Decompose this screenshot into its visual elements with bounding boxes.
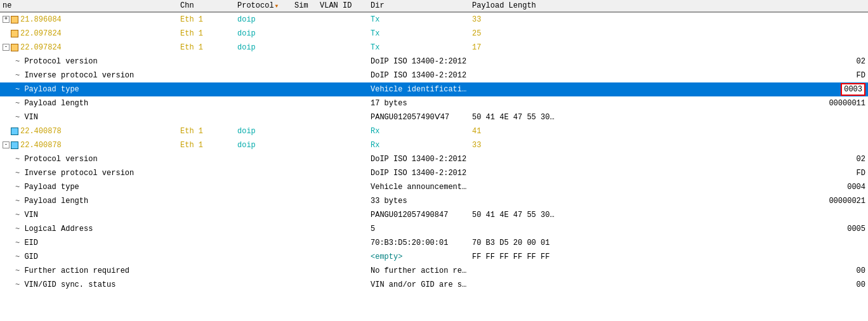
detail-vlan [317,222,368,236]
detail-sim [292,222,317,236]
detail-chn [178,110,235,124]
table-row[interactable]: ~ Payload length17 bytes00000011 [0,96,868,110]
detail-label: ~ EID [0,236,178,250]
detail-payload [470,264,558,278]
row-dir: Rx [368,138,470,152]
table-row[interactable]: ~ Protocol versionDoIP ISO 13400-2:20120… [0,152,868,166]
expand-button[interactable]: + [3,16,10,23]
detail-protocol [235,166,292,180]
table-row[interactable]: ~ Protocol versionDoIP ISO 13400-2:20120… [0,55,868,69]
detail-sim [292,82,317,96]
table-row[interactable]: ~ Payload length33 bytes00000021 [0,194,868,208]
detail-label: ~ Further action required [0,264,178,278]
detail-sim [292,278,317,292]
detail-chn [178,82,235,96]
detail-payload [470,222,558,236]
detail-vlan [317,194,368,208]
tx-icon [11,30,18,37]
detail-chn [178,152,235,166]
detail-value [558,208,868,222]
table-row[interactable]: ~ Further action requiredNo further acti… [0,264,868,278]
detail-label: ~ Protocol version [0,55,178,69]
detail-sim [292,152,317,166]
detail-protocol [235,55,292,69]
detail-protocol [235,250,292,264]
row-dir: Tx [368,12,470,27]
detail-payload [470,152,558,166]
table-row[interactable]: -22.400878Eth 1doipRx33 [0,138,868,152]
table-row[interactable]: ~ GID<empty>FF FF FF FF FF FF [0,250,868,264]
detail-payload [470,194,558,208]
detail-sim [292,236,317,250]
detail-sim [292,96,317,110]
row-protocol: doip [235,41,292,55]
detail-description: 33 bytes [368,194,470,208]
row-sim [292,12,317,27]
table-row[interactable]: 22.097824Eth 1doipTx25 [0,27,868,41]
col-header-dir: Dir [368,0,470,12]
detail-description: PANGU012057490847 [368,208,470,222]
table-row[interactable]: +21.896084Eth 1doipTx33 [0,12,868,27]
table-row[interactable]: ~ Payload typeVehicle announcement/Ident… [0,180,868,194]
detail-label: ~ GID [0,250,178,264]
table-row[interactable]: -22.097824Eth 1doipTx17 [0,41,868,55]
table-row[interactable]: ~ VINPANGU012057490Ѵ4750 41 4E 47 55 30 … [0,110,868,124]
detail-payload [470,82,558,96]
detail-protocol [235,180,292,194]
table-row[interactable]: ~ Payload typeVehicle identification req… [0,82,868,96]
row-value [558,12,868,27]
detail-description: PANGU012057490Ѵ47 [368,110,470,124]
detail-sim [292,110,317,124]
row-time: -22.400878 [0,138,178,152]
detail-label: ~ Payload length [0,194,178,208]
detail-chn [178,222,235,236]
table-row[interactable]: 22.400878Eth 1doipRx41 [0,124,868,138]
row-chn: Eth 1 [178,12,235,27]
row-time: 22.097824 [0,27,178,41]
detail-value: 00000011 [558,96,868,110]
detail-value: FD [558,69,868,82]
detail-vlan [317,96,368,110]
table-row[interactable]: ~ VIN/GID sync. statusVIN and/or GID are… [0,278,868,292]
expand-button[interactable]: - [3,141,10,148]
tilde-icon: ~ [15,169,20,178]
detail-description: DoIP ISO 13400-2:2012 [368,152,470,166]
row-vlan [317,27,368,41]
table-row[interactable]: ~ VINPANGU01205749084750 41 4E 47 55 30 … [0,208,868,222]
packet-time: 22.400878 [20,141,62,150]
row-protocol: doip [235,138,292,152]
detail-description: Vehicle identification request with VIN [368,82,470,96]
col-header-chn: Chn [178,0,235,12]
detail-sim [292,194,317,208]
table-row[interactable]: ~ Inverse protocol versionDoIP ISO 13400… [0,166,868,180]
row-payload-length: 33 [470,138,558,152]
detail-vlan [317,278,368,292]
tx-icon [11,16,18,23]
expand-button[interactable]: - [3,44,10,51]
tilde-icon: ~ [15,225,20,233]
detail-sim [292,250,317,264]
detail-payload [470,69,558,82]
detail-protocol [235,208,292,222]
row-protocol: doip [235,12,292,27]
row-protocol: doip [235,124,292,138]
table-header: ne Chn Protocol Sim VLAN ID Dir Payload … [0,0,868,12]
row-vlan [317,12,368,27]
table-row[interactable]: ~ Logical Address50005 [0,222,868,236]
detail-chn [178,55,235,69]
detail-protocol [235,82,292,96]
rx-icon [11,128,18,135]
row-time: 22.400878 [0,124,178,138]
row-payload-length: 33 [470,12,558,27]
col-header-vlan: VLAN ID [317,0,368,12]
detail-label: ~ Inverse protocol version [0,69,178,82]
row-sim [292,124,317,138]
row-payload-length: 17 [470,41,558,55]
detail-value [558,110,868,124]
table-body: +21.896084Eth 1doipTx3322.097824Eth 1doi… [0,12,868,292]
value-highlight-box: 0003 [841,83,865,96]
detail-chn [178,278,235,292]
tilde-icon: ~ [15,113,20,122]
table-row[interactable]: ~ Inverse protocol versionDoIP ISO 13400… [0,69,868,82]
table-row[interactable]: ~ EID70:B3:D5:20:00:0170 B3 D5 20 00 01 [0,236,868,250]
